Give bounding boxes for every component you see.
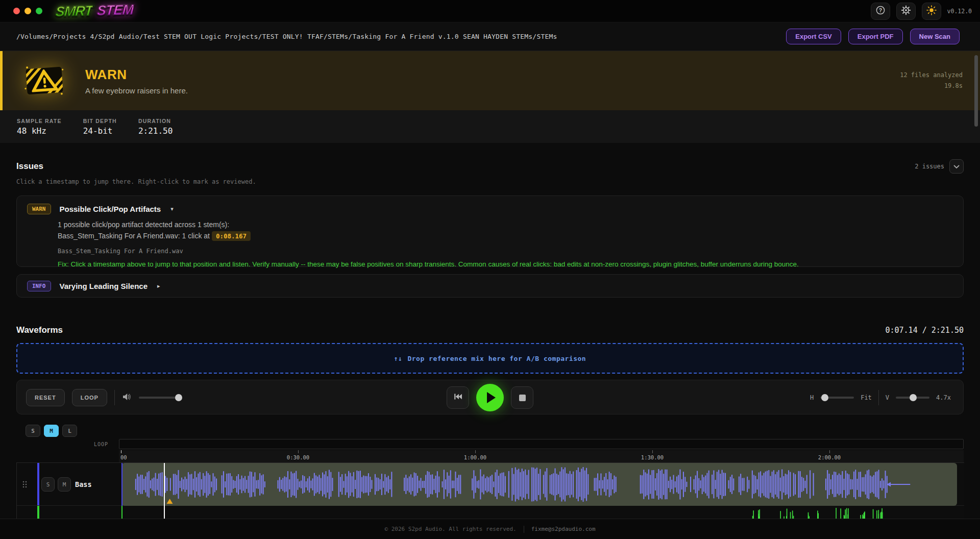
track-row-partial: [17, 506, 964, 519]
solo-button[interactable]: S: [41, 477, 55, 492]
v-zoom-value: 4.7x: [936, 394, 951, 401]
copyright-label: © 2026 S2pd Audio. All rights reserved.: [384, 526, 516, 532]
issue-card-clicks: WARN Possible Click/Pop Artifacts ▾ 1 po…: [16, 195, 964, 267]
issue-filename: Bass_Stem_Tasking For A Friend.wav: [58, 248, 953, 255]
track-size-large-button[interactable]: L: [62, 425, 77, 437]
issue-summary: 1 possible click/pop artifact detected a…: [58, 219, 953, 230]
volume-slider[interactable]: [139, 397, 179, 399]
app-logo-smrt: SMRT: [55, 3, 93, 20]
speaker-icon: [122, 392, 132, 404]
close-window-button[interactable]: [13, 8, 20, 14]
h-zoom-slider[interactable]: [820, 397, 854, 399]
warning-graffiti-icon: [23, 65, 66, 96]
issue-card-silence[interactable]: INFO Varying Leading Silence ▸: [16, 274, 964, 298]
zoom-window-button[interactable]: [36, 8, 42, 14]
issue-fix-text: Fix: Click a timestamp above to jump to …: [58, 260, 953, 268]
app-window: SMRT STEM ?: [0, 0, 980, 539]
volume-slider-thumb[interactable]: [175, 394, 182, 401]
sun-icon: [926, 5, 937, 17]
banner-subtitle: A few eyebrow raisers in here.: [85, 86, 188, 95]
help-button[interactable]: ?: [871, 3, 890, 20]
collapse-issues-button[interactable]: [949, 159, 964, 174]
info-badge: INFO: [27, 281, 51, 291]
transport-bar: RESET LOOP H: [16, 380, 964, 414]
reset-button[interactable]: RESET: [26, 389, 65, 406]
export-pdf-button[interactable]: Export PDF: [848, 29, 903, 44]
divider: [114, 390, 115, 405]
issue-detail-text: Bass_Stem_Tasking For A Friend.wav: 1 cl…: [58, 232, 210, 240]
files-analyzed-label: 12 files analyzed: [900, 70, 963, 81]
track-accent-bar: [37, 506, 39, 519]
h-zoom-label: H: [810, 394, 814, 401]
stat-label: DURATION: [138, 118, 173, 124]
scrollbar-thumb[interactable]: [974, 55, 978, 127]
status-banner: WARN A few eyebrow raisers in here. 12 f…: [0, 51, 980, 110]
play-button[interactable]: [476, 384, 504, 411]
loop-strip-label: LOOP: [76, 442, 108, 447]
loop-toggle-button[interactable]: LOOP: [72, 389, 107, 406]
version-label: v0.12.0: [947, 8, 972, 15]
chevron-down-icon: [953, 162, 960, 171]
caret-down-icon: ▾: [170, 206, 174, 212]
play-icon: [487, 392, 496, 403]
skip-start-icon: [453, 393, 462, 403]
h-zoom-value: Fit: [861, 394, 872, 401]
divider: [878, 390, 879, 405]
stat-sample-rate: SAMPLE RATE 48 kHz: [17, 118, 62, 136]
export-csv-button[interactable]: Export CSV: [786, 29, 841, 44]
stat-duration: DURATION 2:21.50: [138, 118, 173, 136]
stat-value: 2:21.50: [138, 126, 173, 136]
issue-title: Varying Leading Silence: [60, 282, 148, 290]
issue-title: Possible Click/Pop Artifacts: [60, 205, 161, 213]
new-scan-button[interactable]: New Scan: [910, 29, 960, 44]
track-size-medium-button[interactable]: M: [44, 425, 59, 437]
app-logo-stem: STEM: [96, 2, 134, 19]
reference-dropzone[interactable]: ↑↓ Drop reference mix here for A/B compa…: [16, 343, 964, 374]
track-rows: S M Bass: [16, 462, 964, 519]
v-zoom-slider[interactable]: [896, 397, 929, 399]
stat-bit-depth: BIT DEPTH 24-bit: [83, 118, 117, 136]
warn-badge: WARN: [27, 204, 51, 214]
track-size-small-button[interactable]: S: [26, 425, 40, 437]
waveforms-section-title: Waveforms: [16, 325, 63, 335]
titlebar: SMRT STEM ?: [0, 0, 980, 22]
h-zoom-thumb[interactable]: [821, 394, 828, 401]
timestamp-chip[interactable]: 0:08.167: [212, 231, 251, 241]
settings-button[interactable]: [896, 3, 916, 20]
minimize-window-button[interactable]: [24, 8, 31, 14]
bass-waveform-lane[interactable]: [119, 463, 964, 505]
drag-handle[interactable]: [22, 480, 27, 491]
footer: © 2026 S2pd Audio. All rights reserved. …: [0, 519, 980, 539]
help-icon: ?: [875, 5, 886, 17]
issue-card-header[interactable]: WARN Possible Click/Pop Artifacts ▾: [27, 204, 953, 214]
stat-value: 48 kHz: [17, 126, 62, 136]
updown-arrows-icon: ↑↓: [394, 355, 403, 362]
skip-to-start-button[interactable]: [447, 386, 469, 409]
time-display: 0:07.14 / 2:21.50: [885, 326, 964, 335]
theme-toggle-button[interactable]: [922, 3, 941, 20]
gear-icon: [901, 5, 911, 17]
stat-label: BIT DEPTH: [83, 118, 117, 124]
stat-value: 24-bit: [83, 126, 117, 136]
loop-region-strip[interactable]: [119, 439, 964, 449]
banner-title: WARN: [85, 67, 188, 83]
issues-section-title: Issues: [16, 161, 43, 172]
issues-hint: Click a timestamp to jump there. Right-c…: [16, 178, 256, 185]
issue-count-label: 2 issues: [915, 163, 944, 170]
track-row-bass: S M Bass: [17, 463, 964, 506]
v-zoom-label: V: [886, 394, 889, 401]
caret-right-icon: ▸: [157, 283, 160, 289]
app-logo: SMRT STEM: [55, 2, 134, 20]
stop-icon: [519, 395, 526, 401]
divider: [524, 526, 524, 533]
svg-text:?: ?: [878, 7, 881, 13]
partial-waveform-lane[interactable]: [119, 506, 964, 519]
v-zoom-thumb[interactable]: [910, 394, 917, 401]
timeline-ruler[interactable]: 00 0:30.00 1:00.00 1:30.00 2:00.00: [119, 450, 964, 462]
mute-button[interactable]: M: [58, 477, 71, 492]
stop-button[interactable]: [511, 386, 533, 409]
playhead-cursor[interactable]: [164, 463, 165, 519]
contact-email-link[interactable]: fixme@s2pdaudio.com: [531, 526, 596, 532]
traffic-lights: [13, 8, 42, 14]
issue-detail: Bass_Stem_Tasking For A Friend.wav: 1 cl…: [58, 230, 953, 242]
